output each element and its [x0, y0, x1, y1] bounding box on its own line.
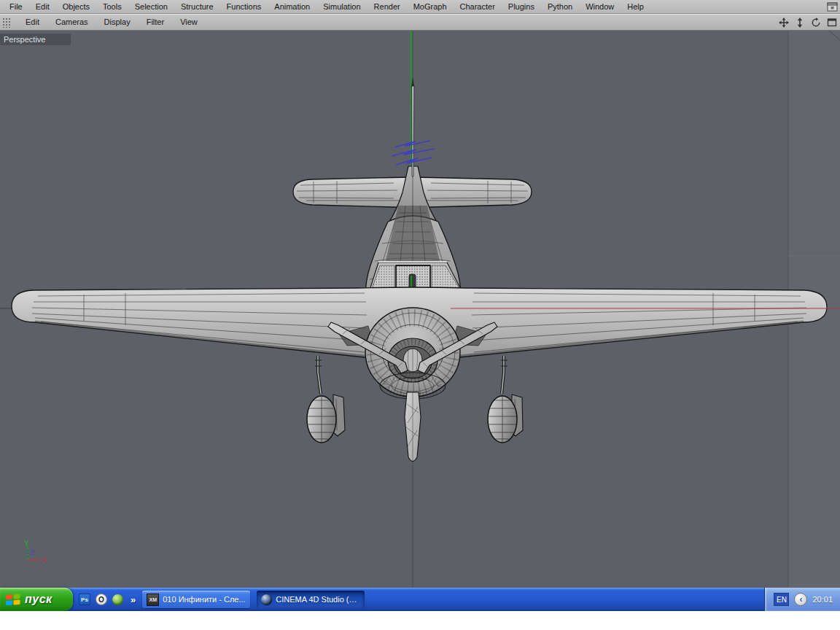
menu-python[interactable]: Python: [541, 0, 579, 13]
menu-window[interactable]: Window: [579, 0, 621, 13]
tray-utility-icon[interactable]: ‹: [794, 593, 807, 606]
viewport-menu-cameras[interactable]: Cameras: [47, 15, 96, 30]
viewport-dolly-icon[interactable]: [792, 17, 808, 28]
airplane-model: [12, 77, 827, 462]
toolbar-grip-handle[interactable]: [2, 18, 12, 28]
menu-edit[interactable]: Edit: [29, 0, 56, 13]
layout-window-icon[interactable]: [827, 2, 838, 12]
axis-y-label: Y: [24, 540, 29, 548]
taskbar-window-title: 010 Инфинити - Сле...: [163, 595, 245, 604]
main-menu-bar: File Edit Objects Tools Selection Struct…: [0, 0, 840, 14]
airplane-wireframe-scene: Y Z X: [0, 31, 840, 588]
viewport-rotate-icon[interactable]: [808, 17, 824, 28]
opera-icon[interactable]: O: [96, 594, 107, 605]
menu-functions[interactable]: Functions: [220, 0, 268, 13]
landing-gear-right: [487, 356, 523, 443]
taskbar-window-infiniti[interactable]: XM 010 Инфинити - Сле...: [142, 591, 250, 608]
viewport-menu-display[interactable]: Display: [96, 15, 139, 30]
taskbar-window-cinema4d[interactable]: CINEMA 4D Studio (32...: [257, 591, 365, 608]
viewport-menu-view[interactable]: View: [172, 15, 206, 30]
menu-help[interactable]: Help: [621, 0, 650, 13]
menu-character[interactable]: Character: [454, 0, 502, 13]
axis-x-label: X: [42, 556, 47, 564]
menu-objects[interactable]: Objects: [56, 0, 96, 13]
viewport-pan-icon[interactable]: [776, 17, 792, 28]
menu-mograph[interactable]: MoGraph: [407, 0, 454, 13]
taskbar-window-title: CINEMA 4D Studio (32...: [276, 595, 360, 604]
viewport-maximize-icon[interactable]: [824, 17, 840, 28]
menu-structure[interactable]: Structure: [174, 0, 220, 13]
quick-launch-overflow-chevron[interactable]: »: [131, 594, 136, 605]
menu-file[interactable]: File: [3, 0, 29, 13]
viewport-title[interactable]: Perspective: [0, 34, 71, 45]
language-indicator[interactable]: EN: [774, 593, 789, 606]
screenshot-bottom-margin: [0, 611, 840, 630]
start-button[interactable]: пуск: [0, 588, 73, 611]
viewport-menu-bar: Edit Cameras Display Filter View: [0, 14, 840, 31]
photoshop-icon[interactable]: Ps: [79, 594, 90, 605]
cinema4d-application-window: File Edit Objects Tools Selection Struct…: [0, 0, 840, 630]
menu-simulation[interactable]: Simulation: [316, 0, 367, 13]
quick-launch-bar: Ps O »: [79, 594, 136, 605]
xm-app-icon: XM: [147, 594, 159, 606]
green-app-icon[interactable]: [112, 594, 123, 605]
axis-z-label: Z: [31, 549, 35, 556]
world-axis-gizmo: Y Z X: [24, 540, 47, 564]
menu-tools[interactable]: Tools: [96, 0, 128, 13]
start-button-label: пуск: [25, 593, 52, 606]
cinema4d-icon: [261, 594, 272, 605]
menu-selection[interactable]: Selection: [128, 0, 174, 13]
menu-render[interactable]: Render: [368, 0, 407, 13]
menu-animation[interactable]: Animation: [268, 0, 316, 13]
windows-flag-icon: [6, 594, 20, 605]
viewport-menu-filter[interactable]: Filter: [139, 15, 172, 30]
system-tray: EN ‹ 20:01: [764, 588, 840, 611]
menu-plugins[interactable]: Plugins: [502, 0, 541, 13]
perspective-viewport[interactable]: Y Z X Perspective: [0, 31, 840, 588]
taskbar-clock[interactable]: 20:01: [812, 595, 833, 604]
landing-gear-left: [306, 356, 345, 443]
windows-taskbar: пуск Ps O » XM 010 Инфинити - Сле... CIN…: [0, 588, 840, 611]
viewport-menu-edit[interactable]: Edit: [18, 15, 47, 30]
